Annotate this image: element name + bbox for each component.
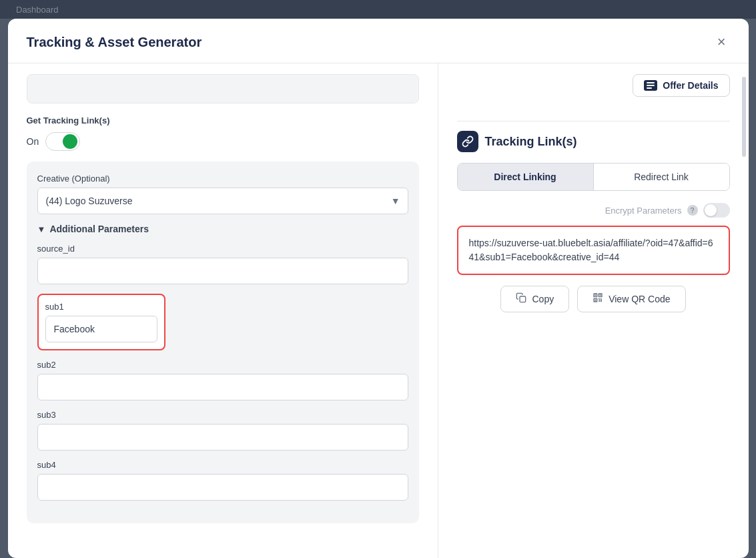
qr-label: View QR Code [609,294,670,304]
tracking-link-title: Tracking Link(s) [485,135,577,149]
additional-params-title: Additional Parameters [49,224,149,234]
help-icon[interactable]: ? [687,205,698,216]
svg-rect-13 [599,300,601,302]
creative-label: Creative (Optional) [37,174,408,184]
creative-select[interactable]: (44) Logo Suzuverse [37,188,408,214]
scrollbar-thumb [742,77,746,157]
modal-title: Tracking & Asset Generator [27,35,202,50]
modal: Tracking & Asset Generator × Get Trackin… [8,19,749,558]
creative-select-wrapper: (44) Logo Suzuverse ▼ [37,188,408,214]
tab-direct-label: Direct Linking [494,172,556,182]
sub1-input[interactable] [45,316,157,342]
get-tracking-label: Get Tracking Link(s) [27,115,419,125]
sub4-input[interactable] [37,474,408,501]
qr-icon [593,292,603,306]
copy-label: Copy [532,294,554,304]
action-row: Copy [457,286,730,312]
source-id-input[interactable] [37,258,408,284]
copy-button[interactable]: Copy [500,286,569,312]
toggle-row: On [27,132,419,151]
sub2-label: sub2 [37,360,408,370]
scrollbar[interactable] [741,63,746,558]
svg-rect-1 [647,85,655,86]
right-panel: Offer Details Tracking Link(s) [438,63,749,558]
source-id-label: source_id [37,244,408,254]
additional-params-header[interactable]: ▼ Additional Parameters [37,224,408,234]
top-bar-placeholder [27,74,419,103]
tracking-link-header: Tracking Link(s) [457,131,730,152]
link-icon [457,131,478,152]
svg-rect-12 [601,300,602,302]
modal-body: Get Tracking Link(s) On Creative (Option… [8,63,749,558]
encrypt-label: Encrypt Parameters [605,206,682,216]
view-qr-button[interactable]: View QR Code [577,286,685,312]
sub3-label: sub3 [37,410,408,420]
copy-icon [516,292,526,306]
toggle-track [45,132,80,151]
svg-rect-14 [601,298,602,300]
tab-row: Direct Linking Redirect Link [457,163,730,191]
sub2-input[interactable] [37,374,408,400]
offer-icon [644,80,657,91]
source-id-group: source_id [37,244,408,284]
sub1-highlighted-box: sub1 [37,294,165,350]
tracking-toggle[interactable] [45,132,80,151]
sub4-label: sub4 [37,460,408,470]
tracking-link-section: Tracking Link(s) Direct Linking Redirect… [457,121,730,312]
tab-redirect-link[interactable]: Redirect Link [594,164,729,190]
left-panel: Get Tracking Link(s) On Creative (Option… [8,63,438,558]
section-box: Creative (Optional) (44) Logo Suzuverse … [27,162,419,523]
svg-rect-2 [647,87,652,89]
chevron-icon: ▼ [37,224,46,234]
svg-rect-8 [600,294,601,296]
offer-details-label: Offer Details [663,80,718,91]
close-button[interactable]: × [713,33,730,51]
svg-rect-7 [595,294,597,296]
toggle-on-label: On [27,136,39,147]
sub1-label: sub1 [45,302,157,312]
tracking-url: https://suzuverse-uat.bluebelt.asia/affi… [469,238,713,262]
sub4-group: sub4 [37,460,408,501]
sub2-group: sub2 [37,360,408,400]
encrypt-row: Encrypt Parameters ? [457,203,730,218]
offer-details-button[interactable]: Offer Details [633,74,729,97]
toggle-thumb [63,134,77,149]
tab-direct-linking[interactable]: Direct Linking [458,164,594,190]
svg-rect-11 [599,298,601,300]
modal-header: Tracking & Asset Generator × [8,19,749,63]
sub3-input[interactable] [37,424,408,451]
svg-rect-9 [595,300,597,301]
offer-details-row: Offer Details [457,74,730,109]
sub3-group: sub3 [37,410,408,451]
encrypt-toggle[interactable] [703,203,730,218]
tab-redirect-label: Redirect Link [634,172,689,182]
url-box: https://suzuverse-uat.bluebelt.asia/affi… [457,226,730,275]
encrypt-thumb [705,204,717,216]
svg-rect-3 [520,296,526,302]
modal-overlay: Tracking & Asset Generator × Get Trackin… [0,0,756,558]
svg-rect-0 [647,82,655,83]
